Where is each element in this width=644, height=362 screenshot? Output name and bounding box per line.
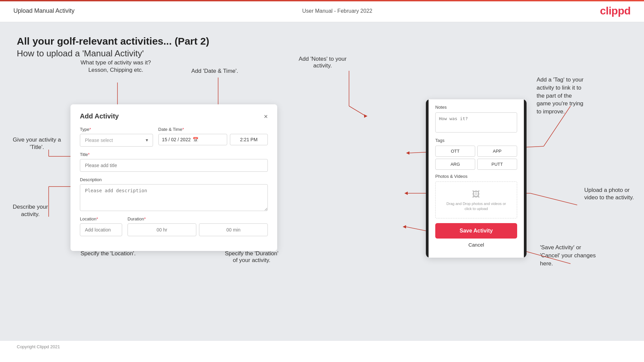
phone-panel: Notes Tags OTT APP ARG PUTT Photos & Vid… bbox=[426, 99, 527, 258]
duration-hr-input[interactable] bbox=[128, 223, 196, 236]
annotation-tag: Add a 'Tag' to your activity to link it … bbox=[537, 76, 631, 116]
annotation-date-time: Add 'Date & Time'. bbox=[191, 67, 238, 75]
phone-left-bar bbox=[426, 99, 429, 258]
dialog-header: Add Activity × bbox=[80, 112, 268, 120]
upload-area[interactable]: 🖼 Drag and Drop photos and videos or cli… bbox=[435, 182, 517, 218]
tag-putt[interactable]: PUTT bbox=[477, 159, 517, 170]
location-input[interactable] bbox=[80, 223, 122, 236]
duration-inputs bbox=[128, 223, 268, 236]
upload-icon: 🖼 bbox=[439, 189, 513, 200]
annotation-duration: Specify the 'Duration' of your activity. bbox=[225, 250, 279, 264]
tag-ott[interactable]: OTT bbox=[435, 146, 475, 157]
tag-arg[interactable]: ARG bbox=[435, 159, 475, 170]
notes-label: Notes bbox=[435, 105, 517, 110]
top-bar: Upload Manual Activity User Manual - Feb… bbox=[0, 0, 644, 22]
form-row-location-duration: Location* Duration* bbox=[80, 216, 268, 236]
svg-marker-26 bbox=[404, 192, 408, 195]
clippd-logo: clippd bbox=[600, 5, 631, 17]
photos-section: Photos & Videos 🖼 Drag and Drop photos a… bbox=[435, 174, 517, 218]
duration-min-input[interactable] bbox=[199, 223, 268, 236]
phone-content: Notes Tags OTT APP ARG PUTT Photos & Vid… bbox=[429, 99, 524, 258]
calendar-icon: 📅 bbox=[193, 137, 198, 142]
phone-right-bar bbox=[524, 99, 527, 258]
svg-line-19 bbox=[349, 106, 366, 116]
tags-grid: OTT APP ARG PUTT bbox=[435, 146, 517, 170]
tag-app[interactable]: APP bbox=[477, 146, 517, 157]
date-time-label: Date & Time* bbox=[158, 127, 268, 132]
page-title: All your golf-relevant activities... (Pa… bbox=[17, 36, 627, 47]
svg-marker-20 bbox=[364, 114, 367, 118]
title-input[interactable] bbox=[80, 159, 268, 172]
notes-textarea[interactable] bbox=[435, 112, 517, 133]
type-select-wrapper[interactable]: Please select ▼ bbox=[80, 134, 153, 147]
time-input[interactable]: 2:21 PM bbox=[230, 134, 268, 145]
description-label: Description bbox=[80, 177, 268, 182]
description-group: Description bbox=[80, 177, 268, 211]
type-label: Type* bbox=[80, 127, 153, 132]
date-input[interactable]: 15 / 02 / 2022 📅 bbox=[158, 134, 227, 145]
duration-group: Duration* bbox=[128, 216, 268, 236]
close-button[interactable]: × bbox=[264, 113, 268, 120]
page-label: Upload Manual Activity bbox=[13, 7, 75, 14]
svg-marker-23 bbox=[406, 151, 409, 155]
type-group: Type* Please select ▼ bbox=[80, 127, 153, 147]
svg-line-24 bbox=[530, 193, 577, 205]
add-activity-dialog: Add Activity × Type* Please select ▼ Dat… bbox=[70, 104, 277, 251]
annotation-save: 'Save Activity' or 'Cancel' your changes… bbox=[540, 244, 634, 267]
manual-label: User Manual - February 2022 bbox=[302, 8, 372, 14]
tags-label: Tags bbox=[435, 138, 517, 143]
save-activity-button[interactable]: Save Activity bbox=[435, 223, 517, 239]
svg-marker-29 bbox=[403, 225, 406, 228]
location-group: Location* bbox=[80, 216, 122, 236]
title-label: Title* bbox=[80, 152, 268, 157]
date-time-row: 15 / 02 / 2022 📅 2:21 PM bbox=[158, 134, 268, 145]
annotation-what-type: What type of activity was it? Lesson, Ch… bbox=[81, 59, 151, 74]
tags-section: Tags OTT APP ARG PUTT bbox=[435, 138, 517, 170]
annotation-give-title: Give your activity a 'Title'. bbox=[13, 136, 61, 151]
cancel-link[interactable]: Cancel bbox=[435, 242, 517, 252]
form-row-type-date: Type* Please select ▼ Date & Time* 15 / … bbox=[80, 127, 268, 147]
photos-label: Photos & Videos bbox=[435, 174, 517, 179]
dialog-title: Add Activity bbox=[80, 112, 119, 120]
type-select[interactable]: Please select bbox=[80, 134, 153, 147]
description-textarea[interactable] bbox=[80, 184, 268, 211]
main-content: All your golf-relevant activities... (Pa… bbox=[0, 22, 644, 341]
title-group: Title* bbox=[80, 152, 268, 172]
annotation-notes: Add 'Notes' to your activity. bbox=[299, 56, 347, 69]
duration-label: Duration* bbox=[128, 216, 268, 221]
location-label: Location* bbox=[80, 216, 122, 221]
annotation-location: Specify the 'Location'. bbox=[81, 250, 136, 257]
upload-text: Drag and Drop photos and videos or click… bbox=[439, 201, 513, 212]
footer: Copyright Clippd 2021 bbox=[0, 341, 644, 353]
annotation-upload: Upload a photo or video to the activity. bbox=[584, 187, 634, 201]
copyright-text: Copyright Clippd 2021 bbox=[17, 344, 60, 349]
annotation-describe: Describe your activity. bbox=[13, 203, 48, 218]
date-time-group: Date & Time* 15 / 02 / 2022 📅 2:21 PM bbox=[158, 127, 268, 147]
